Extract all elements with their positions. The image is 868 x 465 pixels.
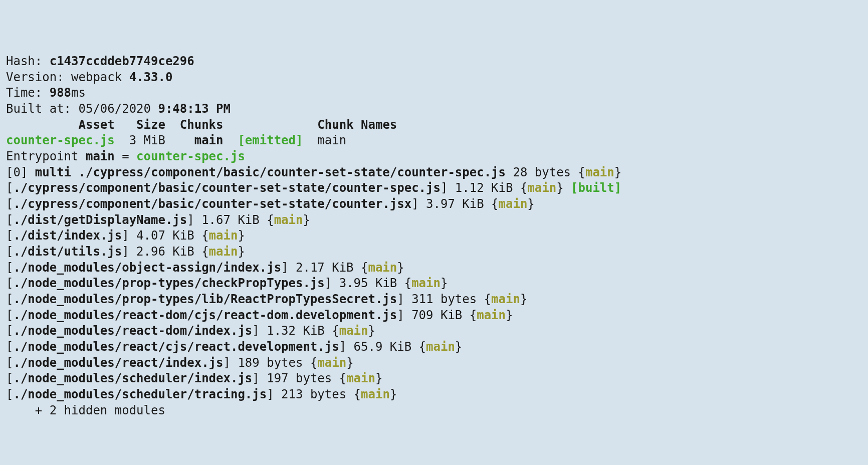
module-row: [./dist/getDisplayName.js] 1.67 KiB {mai… <box>6 213 310 227</box>
asset-name: counter-spec.js <box>6 133 115 147</box>
asset-size: 3 MiB <box>129 133 165 147</box>
module-row: [./node_modules/react/cjs/react.developm… <box>6 340 462 354</box>
module-row: [./node_modules/object-assign/index.js] … <box>6 261 404 275</box>
module-row: [./node_modules/react-dom/cjs/react-dom.… <box>6 308 513 322</box>
asset-chunk: main <box>194 133 224 147</box>
version-num: 4.33.0 <box>129 70 173 84</box>
hidden-modules: + 2 hidden modules <box>6 403 165 417</box>
time-unit: ms <box>71 86 86 100</box>
hash-label: Hash: <box>6 54 50 68</box>
col-chunks: Chunks <box>180 118 224 132</box>
time-label: Time: <box>6 86 50 100</box>
terminal-output: Hash: c1437ccddeb7749ce296 Version: webp… <box>6 54 862 418</box>
entry-eq: = <box>115 149 136 163</box>
entry-name: main <box>86 149 115 163</box>
asset-chunk-name: main <box>317 133 346 147</box>
col-size: Size <box>136 118 165 132</box>
version-text: webpack <box>71 70 129 84</box>
module-row: [0] multi ./cypress/component/basic/coun… <box>6 165 621 179</box>
built-label: Built at: <box>6 102 79 116</box>
module-row: [./node_modules/react/index.js] 189 byte… <box>6 356 354 370</box>
module-row: [./dist/utils.js] 2.96 KiB {main} <box>6 245 245 259</box>
module-row: [./cypress/component/basic/counter-set-s… <box>6 181 621 195</box>
entry-file: counter-spec.js <box>136 149 245 163</box>
module-row: [./node_modules/prop-types/lib/ReactProp… <box>6 292 527 306</box>
module-row: [./node_modules/prop-types/checkPropType… <box>6 276 448 290</box>
module-row: [./node_modules/scheduler/tracing.js] 21… <box>6 387 397 401</box>
entry-label: Entrypoint <box>6 149 86 163</box>
col-asset: Asset <box>79 118 115 132</box>
built-date: 05/06/2020 <box>79 102 158 116</box>
time-num: 988 <box>50 86 71 100</box>
module-list: [0] multi ./cypress/component/basic/coun… <box>6 165 621 401</box>
module-row: [./dist/index.js] 4.07 KiB {main} <box>6 228 245 243</box>
module-row: [./cypress/component/basic/counter-set-s… <box>6 197 535 211</box>
built-time: 9:48:13 PM <box>158 102 231 116</box>
module-row: [./node_modules/scheduler/index.js] 197 … <box>6 371 382 385</box>
module-row: [./node_modules/react-dom/index.js] 1.32… <box>6 324 375 338</box>
asset-emitted: [emitted] <box>238 133 303 147</box>
hash-value: c1437ccddeb7749ce296 <box>50 54 194 68</box>
version-label: Version: <box>6 70 71 84</box>
col-chunk-names: Chunk Names <box>317 118 397 132</box>
